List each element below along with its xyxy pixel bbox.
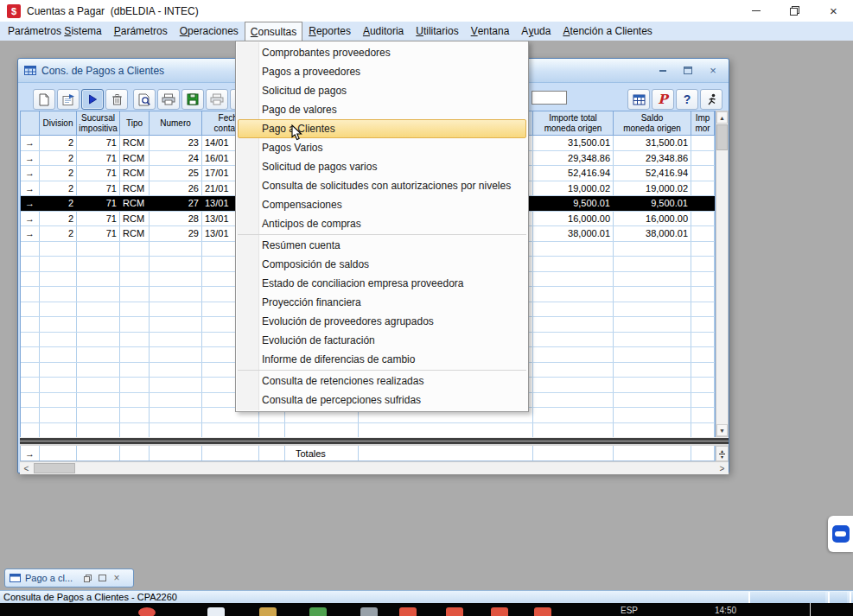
scroll-left-button[interactable]: < xyxy=(20,462,33,474)
menubar-item-parametros[interactable]: Parámetros xyxy=(108,22,174,41)
taskbar-icon-7[interactable] xyxy=(446,607,463,616)
menu-item-comprobantes-proveedores[interactable]: Comprobantes proveedores xyxy=(236,43,528,62)
column-header-saldo[interactable]: Saldo moneda origen xyxy=(614,111,691,136)
scrollbar-thumb[interactable] xyxy=(716,124,728,150)
menu-item-pagos-varios[interactable]: Pagos Varios xyxy=(236,138,528,157)
menubar-item-ayuda[interactable]: Ayuda xyxy=(515,22,557,41)
clock[interactable]: 14:50 xyxy=(715,606,736,615)
menubar-item-parametros-sistema[interactable]: Parámetros Sistema xyxy=(2,22,108,41)
table-cell: 2 xyxy=(40,196,77,211)
child-close-button[interactable]: × xyxy=(706,64,720,77)
table-cell xyxy=(533,287,614,302)
close-button[interactable]: × xyxy=(814,0,853,22)
column-header-division[interactable]: Division xyxy=(40,111,77,136)
table-cell xyxy=(533,393,614,408)
taskbar-divider xyxy=(810,603,811,616)
table-cell xyxy=(533,408,614,422)
menu-item-solicitud-de-pagos-varios[interactable]: Solicitud de pagos varios xyxy=(236,157,528,176)
menu-item-estado-de-conciliacion-empresa-proveedora[interactable]: Estado de conciliacion empresa proveedor… xyxy=(236,274,528,293)
table-view-button[interactable] xyxy=(627,89,650,110)
preview-button[interactable] xyxy=(133,89,156,110)
menubar-item-atencion-a-clientes[interactable]: Atención a Clientes xyxy=(557,22,658,41)
child-minimize-button[interactable] xyxy=(656,64,670,77)
table-cell: 16,000.00 xyxy=(533,212,614,226)
menu-item-composicion-de-saldos[interactable]: Composición de saldos xyxy=(236,255,528,274)
row-indicator-icon: → xyxy=(25,228,35,238)
sidebar-tab[interactable] xyxy=(828,516,853,552)
menu-item-anticipos-de-compras[interactable]: Anticipos de compras xyxy=(236,214,528,233)
scroll-right-button[interactable]: > xyxy=(716,462,729,474)
column-header-numero[interactable]: Numero xyxy=(150,111,202,136)
column-header-tipo[interactable]: Tipo xyxy=(120,111,150,136)
trace-button[interactable]: P xyxy=(652,89,674,110)
menu-item-proyeccion-financiera[interactable]: Proyección financiera xyxy=(236,293,528,312)
table-cell: 19,000.02 xyxy=(614,181,691,196)
mini-close-button[interactable]: × xyxy=(111,573,123,584)
menu-item-pago-de-valores[interactable]: Pago de valores xyxy=(236,100,528,119)
menubar-item-auditoria[interactable]: Auditoria xyxy=(357,22,410,41)
language-indicator[interactable]: ESP xyxy=(621,606,638,615)
properties-button[interactable] xyxy=(57,89,80,110)
close-icon: × xyxy=(830,4,837,17)
table-cell xyxy=(202,423,259,438)
menu-item-evolucion-de-facturacion[interactable]: Evolución de facturación xyxy=(236,331,528,350)
minimize-button[interactable] xyxy=(736,0,775,22)
column-header-indicator[interactable] xyxy=(21,111,40,136)
help-button[interactable]: ? xyxy=(676,89,698,110)
menu-item-pago-a-clientes[interactable]: Pago a Clientes xyxy=(238,119,526,138)
vertical-scrollbar[interactable]: ▲ ▼ xyxy=(716,111,729,437)
trash-icon xyxy=(111,93,123,105)
menu-item-consulta-de-solicitudes-con-autorizaciones-por-niveles[interactable]: Consulta de solicitudes con autorizacion… xyxy=(236,176,528,195)
menubar-item-utilitarios[interactable]: Utilitarios xyxy=(410,22,464,41)
menu-item-solicitud-de-pagos[interactable]: Solicitud de pagos xyxy=(236,81,528,100)
mini-maximize-button[interactable] xyxy=(96,573,108,584)
taskbar-icon-2[interactable] xyxy=(207,607,225,616)
menubar-item-operaciones[interactable]: Operaciones xyxy=(174,22,245,41)
menubar-item-reportes[interactable]: Reportes xyxy=(302,22,357,41)
exit-button[interactable] xyxy=(700,89,723,110)
scrollbar-thumb[interactable] xyxy=(34,463,75,473)
menubar-item-ventana[interactable]: Ventana xyxy=(465,22,516,41)
scroll-up-button[interactable]: ▲ xyxy=(716,111,728,124)
menu-item-compensaciones[interactable]: Compensaciones xyxy=(236,195,528,214)
menu-item-consulta-de-percepciones-sufridas[interactable]: Consulta de percepciones sufridas xyxy=(236,391,528,410)
horizontal-scrollbar[interactable]: < > xyxy=(20,461,729,474)
column-header-importe[interactable]: Importe total moneda origen xyxy=(533,111,614,136)
child-maximize-button[interactable] xyxy=(681,64,695,77)
menu-item-pagos-a-proveedores[interactable]: Pagos a proveedores xyxy=(236,62,528,81)
menu-item-resumen-cuenta[interactable]: Resúmen cuenta xyxy=(236,236,528,255)
mini-restore-button[interactable] xyxy=(81,573,93,584)
row-indicator-icon: → xyxy=(25,198,35,208)
table-cell xyxy=(21,242,40,257)
taskbar-icon-6[interactable] xyxy=(399,607,417,616)
run-button[interactable] xyxy=(81,89,104,110)
menu-item-evolucion-de-proveedores-agrupados[interactable]: Evolución de proveedores agrupados xyxy=(236,312,528,331)
totals-spinner[interactable]: ▴ ▾ xyxy=(716,446,729,461)
print-settings-button[interactable] xyxy=(206,89,228,110)
filter-input[interactable] xyxy=(532,91,567,105)
restore-button[interactable] xyxy=(775,0,814,22)
grid-splitter[interactable] xyxy=(20,437,729,446)
taskbar-icon-3[interactable] xyxy=(259,607,277,616)
totals-cell xyxy=(533,446,614,460)
table-cell xyxy=(120,347,150,362)
menu-item-informe-de-diferencias-de-cambio[interactable]: Informe de diferencias de cambio xyxy=(236,350,528,369)
column-header-imp2[interactable]: Imp mor xyxy=(691,111,715,136)
taskbar-icon-1[interactable] xyxy=(138,607,156,616)
menubar-item-consultas[interactable]: Consultas xyxy=(245,22,302,41)
save-button[interactable] xyxy=(181,89,204,110)
column-header-sucursal[interactable]: Sucursal impositiva xyxy=(77,111,120,136)
table-cell: RCM xyxy=(120,196,150,211)
status-segment xyxy=(748,592,825,603)
scroll-down-button[interactable]: ▼ xyxy=(716,424,728,436)
new-document-button[interactable] xyxy=(33,89,55,110)
taskbar-icon-4[interactable] xyxy=(309,607,327,616)
print-button[interactable] xyxy=(157,89,180,110)
delete-button[interactable] xyxy=(105,89,128,110)
minimized-window[interactable]: Pago a cl... × xyxy=(4,568,134,587)
taskbar-icon-5[interactable] xyxy=(360,607,378,616)
taskbar: ESP 14:50 xyxy=(0,603,853,616)
menu-item-consulta-de-retenciones-realizadas[interactable]: Consulta de retenciones realizadas xyxy=(236,372,528,391)
taskbar-icon-9[interactable] xyxy=(534,607,551,616)
taskbar-icon-8[interactable] xyxy=(491,607,508,616)
